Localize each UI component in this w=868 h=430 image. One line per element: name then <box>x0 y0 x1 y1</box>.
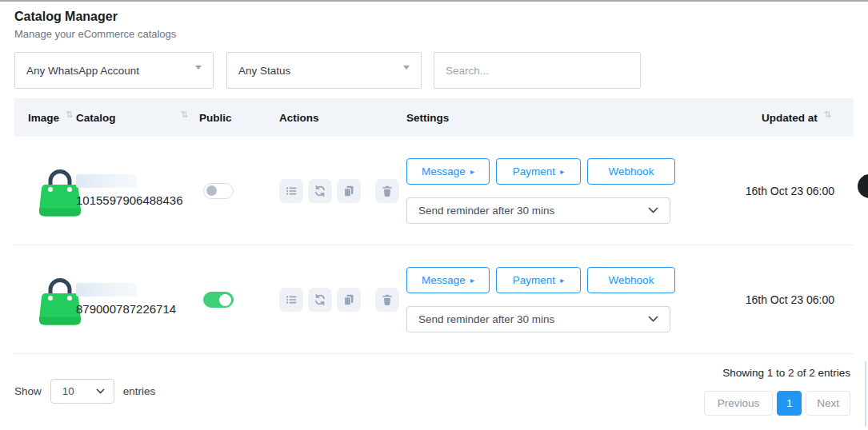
webhook-button[interactable]: Webhook <box>587 267 675 293</box>
list-icon <box>285 185 298 197</box>
column-header-catalog[interactable]: Catalog ⇅ <box>76 112 199 124</box>
payment-dropdown-button[interactable]: Payment ▸ <box>496 158 581 185</box>
chevron-down-icon <box>648 316 658 322</box>
catalog-manager-page: Catalog Manager Manage your eCommerce ca… <box>0 0 868 430</box>
public-toggle[interactable] <box>203 292 234 308</box>
delete-button[interactable] <box>375 179 399 203</box>
actions-cell <box>279 179 406 203</box>
catalog-name-cell: 1015597906488436 <box>76 174 199 207</box>
status-select[interactable]: Any Status <box>226 52 422 89</box>
submenu-caret-icon: ▸ <box>470 168 474 176</box>
settings-cell: Message ▸ Payment ▸ Webhook Send reminde… <box>406 267 690 332</box>
page-title: Catalog Manager <box>14 10 854 24</box>
trash-icon <box>381 185 394 197</box>
delete-button[interactable] <box>375 288 399 312</box>
sort-icon[interactable]: ⇅ <box>66 109 73 120</box>
toggle-knob <box>219 294 231 306</box>
status-select-value: Any Status <box>238 65 290 77</box>
entries-summary: Showing 1 to 2 of 2 entries <box>722 367 850 379</box>
updated-at-cell: 16th Oct 23 06:00 <box>690 293 854 306</box>
whatsapp-account-select-value: Any WhatsApp Account <box>26 65 139 77</box>
chevron-down-icon <box>648 207 658 213</box>
table-row: 879000787226714 <box>14 245 854 354</box>
products-list-button[interactable] <box>279 288 303 312</box>
reminder-select-value: Send reminder after 30 mins <box>418 205 554 217</box>
pagination-block: Showing 1 to 2 of 2 entries Previous 1 N… <box>704 367 850 416</box>
submenu-caret-icon: ▸ <box>560 277 564 285</box>
entries-label: entries <box>123 385 156 397</box>
catalog-id: 879000787226714 <box>76 302 199 316</box>
catalog-name-cell: 879000787226714 <box>76 283 199 316</box>
reminder-select[interactable]: Send reminder after 30 mins <box>406 197 670 224</box>
filters-bar: Any WhatsApp Account Any Status <box>14 52 854 89</box>
page-size-select[interactable]: 10 <box>50 379 114 404</box>
copy-button[interactable] <box>337 288 361 312</box>
payment-dropdown-button[interactable]: Payment ▸ <box>496 267 581 293</box>
sync-icon <box>314 293 326 306</box>
page-subtitle: Manage your eCommerce catalogs <box>14 28 854 40</box>
copy-icon <box>342 293 355 306</box>
current-page-button[interactable]: 1 <box>777 391 802 416</box>
page-size-value: 10 <box>62 385 74 397</box>
chevron-down-icon <box>96 388 105 394</box>
webhook-button[interactable]: Webhook <box>587 158 675 185</box>
caret-down-icon <box>403 66 410 70</box>
public-cell <box>199 183 279 199</box>
message-dropdown-button[interactable]: Message ▸ <box>406 158 490 185</box>
catalog-id: 1015597906488436 <box>76 193 199 207</box>
pagination: Previous 1 Next <box>704 391 850 416</box>
products-list-button[interactable] <box>279 179 303 203</box>
copy-icon <box>342 185 355 197</box>
column-header-settings: Settings <box>406 112 690 124</box>
message-dropdown-button[interactable]: Message ▸ <box>406 267 490 293</box>
toggle-knob <box>206 185 217 196</box>
column-header-public: Public <box>199 112 279 124</box>
table-footer: Show 10 entries Showing 1 to 2 of 2 entr… <box>14 367 854 416</box>
table-header: Image ⇅ Catalog ⇅ Public Actions Setting… <box>14 98 854 137</box>
copy-button[interactable] <box>337 179 361 203</box>
sort-icon[interactable]: ⇅ <box>824 109 831 120</box>
show-label: Show <box>14 385 42 397</box>
redacted-catalog-name <box>76 174 137 188</box>
public-toggle[interactable] <box>203 183 234 199</box>
next-page-button[interactable]: Next <box>806 391 850 416</box>
search-box <box>434 52 641 89</box>
submenu-caret-icon: ▸ <box>560 168 564 176</box>
reminder-select-value: Send reminder after 30 mins <box>418 313 554 325</box>
catalog-image-cell <box>14 273 76 326</box>
column-header-actions: Actions <box>279 112 406 124</box>
page-size-group: Show 10 entries <box>14 367 155 416</box>
sort-icon[interactable]: ⇅ <box>181 109 188 120</box>
sync-button[interactable] <box>308 179 332 203</box>
previous-page-button[interactable]: Previous <box>704 391 774 416</box>
trash-icon <box>381 293 394 306</box>
table-row: 1015597906488436 <box>14 137 854 245</box>
sync-button[interactable] <box>308 288 332 312</box>
list-icon <box>285 293 298 306</box>
updated-at-cell: 16th Oct 23 06:00 <box>690 185 854 197</box>
reminder-select[interactable]: Send reminder after 30 mins <box>406 306 670 332</box>
actions-cell <box>279 288 406 312</box>
column-header-image[interactable]: Image ⇅ <box>14 112 76 124</box>
public-cell <box>199 292 279 308</box>
right-edge-divider <box>865 361 866 427</box>
sync-icon <box>314 185 326 197</box>
catalog-image-cell <box>14 165 76 217</box>
caret-down-icon <box>195 66 202 70</box>
column-header-updated-at[interactable]: Updated at ⇅ <box>690 112 854 124</box>
redacted-catalog-name <box>76 283 137 297</box>
whatsapp-account-select[interactable]: Any WhatsApp Account <box>14 52 214 89</box>
search-input[interactable] <box>434 53 640 88</box>
settings-cell: Message ▸ Payment ▸ Webhook Send reminde… <box>406 158 690 224</box>
submenu-caret-icon: ▸ <box>470 277 474 285</box>
